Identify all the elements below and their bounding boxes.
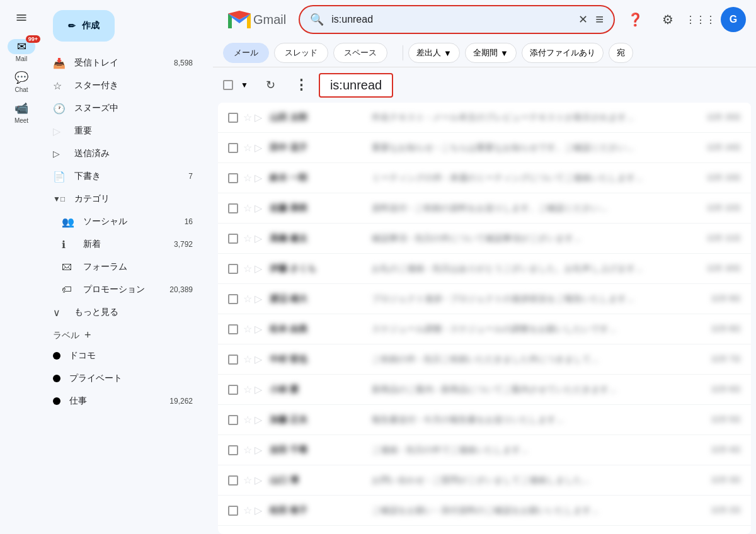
labels-section-header: ラベル +: [43, 324, 213, 344]
email-star-button[interactable]: ☆: [243, 142, 252, 154]
email-checkbox[interactable]: [228, 234, 238, 244]
nav-item-private[interactable]: プライベート: [43, 367, 203, 390]
email-star-button[interactable]: ☆: [243, 474, 252, 486]
filter-tab-threads[interactable]: スレッド: [274, 43, 328, 63]
email-checkbox[interactable]: [228, 264, 238, 274]
settings-button[interactable]: ⚙: [655, 7, 680, 32]
email-sender: 佐藤 美咲: [270, 203, 364, 214]
filter-sender-dropdown[interactable]: 差出人 ▼: [408, 43, 460, 63]
filter-period-dropdown[interactable]: 全期間 ▼: [465, 43, 517, 63]
refresh-button[interactable]: ↻: [258, 72, 284, 98]
help-button[interactable]: ❓: [622, 7, 648, 32]
select-all-checkbox[interactable]: [223, 80, 233, 90]
nav-item-promotions[interactable]: 🏷 プロモーション 20,389: [43, 278, 203, 301]
dropdown-arrow-icon-2: ▼: [500, 48, 508, 58]
email-row[interactable]: ☆ ▷ 鈴木 一郎 ミーティングの件 - 来週のミーティングについてご連絡いたし…: [218, 163, 751, 193]
filter-recipient-dropdown[interactable]: 宛: [609, 43, 633, 63]
nav-item-inbox[interactable]: 📥 受信トレイ 8,598: [43, 52, 203, 74]
nav-item-sent[interactable]: ▷ 送信済み: [43, 142, 203, 165]
hamburger-button[interactable]: [9, 5, 34, 30]
email-label-icon: ▷: [255, 142, 262, 154]
more-options-button[interactable]: ⋮: [289, 72, 314, 98]
email-row[interactable]: ☆ ▷ 中村 哲也 ご依頼の件 - 先日ご依頼いただきました件につきまして...…: [218, 344, 751, 375]
email-label-icon: ▷: [255, 263, 262, 275]
search-box[interactable]: 🔍 ✕ ≡: [299, 5, 615, 34]
nav-count-inbox: 8,598: [174, 59, 193, 67]
apps-button[interactable]: ⋮⋮⋮: [688, 7, 713, 32]
email-checkbox[interactable]: [228, 385, 238, 395]
email-sender: 中村 哲也: [270, 354, 364, 365]
avatar-button[interactable]: G: [721, 7, 746, 32]
email-star-button[interactable]: ☆: [243, 293, 252, 305]
nav-label-starred: スター付き: [74, 80, 193, 91]
sidebar-item-mail[interactable]: ✉ 99+ Mail: [0, 35, 43, 66]
email-star-button[interactable]: ☆: [243, 383, 252, 395]
nav-item-updates[interactable]: ℹ 新着 3,792: [43, 233, 203, 256]
email-checkbox[interactable]: [228, 203, 238, 213]
search-clear-button[interactable]: ✕: [578, 13, 588, 26]
nav-item-work[interactable]: 仕事 19,262: [43, 390, 203, 412]
email-checkbox[interactable]: [228, 506, 238, 516]
nav-item-forums[interactable]: 🖂 フォーラム: [43, 256, 203, 278]
email-star-button[interactable]: ☆: [243, 323, 252, 335]
email-row[interactable]: ☆ ▷ 松田 裕子 ご確認をお願い - 添付資料のご確認をお願いいたします...…: [218, 496, 751, 526]
email-checkbox[interactable]: [228, 324, 238, 334]
email-row[interactable]: ☆ ▷ 高橋 健太 確認事項 - 先日の件について確認事項がございます... 1…: [218, 224, 751, 254]
email-checkbox[interactable]: [228, 294, 238, 304]
select-all-dropdown-icon[interactable]: ▼: [241, 81, 248, 89]
email-body-preview: ご依頼の件 - 先日ご依頼いただきました件につきまして...: [372, 354, 683, 365]
sidebar-item-chat[interactable]: 💬 Chat: [0, 66, 43, 97]
email-star-button[interactable]: ☆: [243, 172, 252, 184]
email-row[interactable]: ☆ ▷ 山田 太郎 件名テキスト - メール本文のプレビューテキストが表示されま…: [218, 103, 751, 133]
work-dot: [53, 397, 60, 405]
email-checkbox[interactable]: [228, 113, 238, 123]
nav-item-social[interactable]: 👥 ソーシャル 16: [43, 210, 203, 233]
nav-item-snoozed[interactable]: 🕐 スヌーズ中: [43, 97, 203, 120]
email-star-button[interactable]: ☆: [243, 504, 252, 516]
email-row[interactable]: ☆ ▷ 加藤 正夫 報告書送付 - 今月の報告書をお送りいたします... 12月…: [218, 405, 751, 435]
search-input[interactable]: [331, 14, 578, 25]
sidebar-mail-label: Mail: [16, 55, 27, 62]
filter-tab-spaces[interactable]: スペース: [333, 43, 387, 63]
email-star-button[interactable]: ☆: [243, 232, 252, 244]
email-checkbox[interactable]: [228, 355, 238, 365]
email-star-button[interactable]: ☆: [243, 202, 252, 214]
email-checkbox[interactable]: [228, 173, 238, 183]
sidebar-item-meet[interactable]: 📹 Meet: [0, 97, 43, 128]
filter-tab-mail[interactable]: メール: [223, 43, 269, 63]
email-row[interactable]: ☆ ▷ 渡辺 雄大 プロジェクト進捗 - プロジェクトの進捗状況をご報告いたしま…: [218, 284, 751, 314]
email-row[interactable]: ☆ ▷ 山口 博 お問い合わせ - ご質問がございましてご連絡しました... 1…: [218, 465, 751, 496]
mail-icon: ✉: [17, 40, 26, 54]
email-row[interactable]: ☆ ▷ 松本 由美 スケジュール調整 - スケジュールの調整をお願いしたいです.…: [218, 314, 751, 344]
email-star-button[interactable]: ☆: [243, 353, 252, 365]
email-star-button[interactable]: ☆: [243, 414, 252, 426]
nav-item-docomo[interactable]: ドコモ: [43, 344, 203, 367]
email-date: 12月 2日: [690, 505, 741, 516]
categories-header-item[interactable]: ▼□ カテゴリ: [43, 188, 203, 210]
email-body-preview: 重要なお知らせ - こちらは重要なお知らせです。ご確認ください...: [372, 142, 683, 154]
email-row[interactable]: ☆ ▷ 小林 愛 新商品のご案内 - 新商品についてご案内させていただきます..…: [218, 375, 751, 405]
email-checkbox[interactable]: [228, 415, 238, 425]
sent-icon: ▷: [53, 149, 66, 159]
nav-item-drafts[interactable]: 📄 下書き 7: [43, 165, 203, 188]
compose-button[interactable]: ✏ 作成: [53, 10, 115, 42]
email-row[interactable]: ☆ ▷ 吉田 千尋 ご連絡 - 先日の件でご連絡いたします... 12月 4日: [218, 435, 751, 465]
filter-attachment-dropdown[interactable]: 添付ファイルあり: [522, 43, 604, 63]
search-filter-button[interactable]: ≡: [595, 11, 604, 28]
email-date: 12月 13日: [690, 173, 741, 183]
email-checkbox[interactable]: [228, 445, 238, 455]
nav-count-drafts: 7: [188, 172, 193, 181]
gmail-text: Gmail: [253, 13, 286, 27]
email-checkbox[interactable]: [228, 143, 238, 153]
add-label-button[interactable]: +: [84, 329, 91, 342]
email-row[interactable]: ☆ ▷ 佐藤 美咲 資料送付 - ご依頼の資料をお送りします。ご確認ください..…: [218, 193, 751, 224]
nav-item-starred[interactable]: ☆ スター付き: [43, 74, 203, 97]
nav-item-important[interactable]: ▷ 重要: [43, 120, 203, 142]
email-checkbox[interactable]: [228, 475, 238, 486]
email-star-button[interactable]: ☆: [243, 111, 252, 123]
nav-item-more[interactable]: ∨ もっと見る: [43, 301, 203, 324]
email-row[interactable]: ☆ ▷ 伊藤 さくら お礼のご連絡 - 先日はありがとうございました。お礼申し上…: [218, 254, 751, 284]
email-star-button[interactable]: ☆: [243, 444, 252, 456]
email-row[interactable]: ☆ ▷ 田中 花子 重要なお知らせ - こちらは重要なお知らせです。ご確認くださ…: [218, 133, 751, 163]
email-star-button[interactable]: ☆: [243, 263, 252, 275]
